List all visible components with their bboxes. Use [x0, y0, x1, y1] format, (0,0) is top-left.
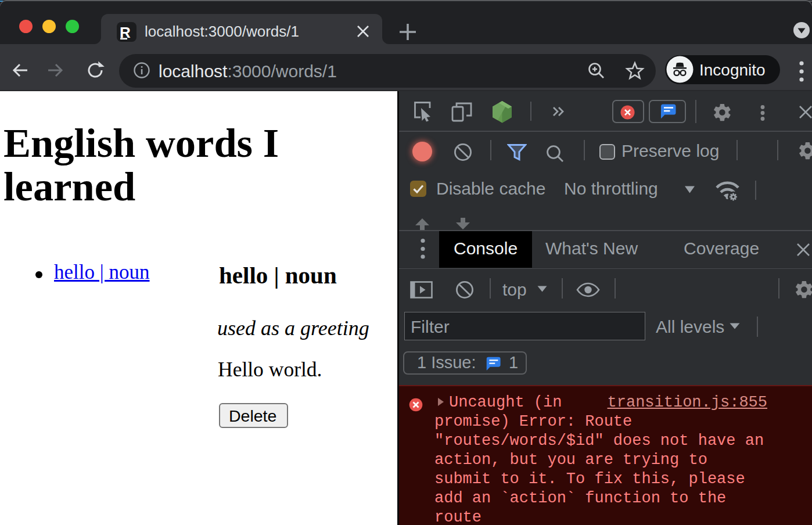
svg-text:R: R [120, 24, 131, 39]
